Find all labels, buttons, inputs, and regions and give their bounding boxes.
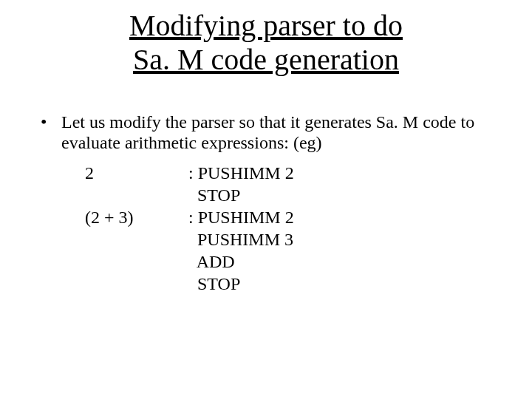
slide-title: Modifying parser to do Sa. M code genera…	[0, 0, 532, 77]
example-output-line: ADD	[188, 250, 235, 273]
example-input: 2	[41, 162, 188, 184]
bullet-item: Let us modify the parser so that it gene…	[41, 112, 491, 153]
example-row: STOP	[41, 273, 491, 295]
example-row: ADD	[41, 250, 491, 273]
example-input: (2 + 3)	[41, 206, 188, 228]
example-row: PUSHIMM 3	[41, 228, 491, 250]
title-line-1: Modifying parser to do	[129, 9, 403, 42]
example-input	[41, 273, 188, 295]
example-input	[41, 250, 188, 273]
example-row: STOP	[41, 184, 491, 206]
example-output-line: STOP	[188, 184, 240, 206]
example-output-line: PUSHIMM 3	[188, 228, 293, 250]
example-row: (2 + 3) : PUSHIMM 2	[41, 206, 491, 228]
slide: Modifying parser to do Sa. M code genera…	[0, 0, 532, 399]
example-input	[41, 184, 188, 206]
bullet-text: Let us modify the parser so that it gene…	[61, 112, 474, 152]
slide-body: Let us modify the parser so that it gene…	[0, 77, 532, 295]
example-output-line: : PUSHIMM 2	[188, 162, 294, 184]
example-output-line: STOP	[188, 273, 240, 295]
example-row: 2 : PUSHIMM 2	[41, 162, 491, 184]
title-line-2: Sa. M code generation	[133, 43, 399, 76]
code-examples: 2 : PUSHIMM 2 STOP (2 + 3) : PUSHIMM 2 P…	[41, 162, 491, 295]
example-input	[41, 228, 188, 250]
example-output-line: : PUSHIMM 2	[188, 206, 294, 228]
